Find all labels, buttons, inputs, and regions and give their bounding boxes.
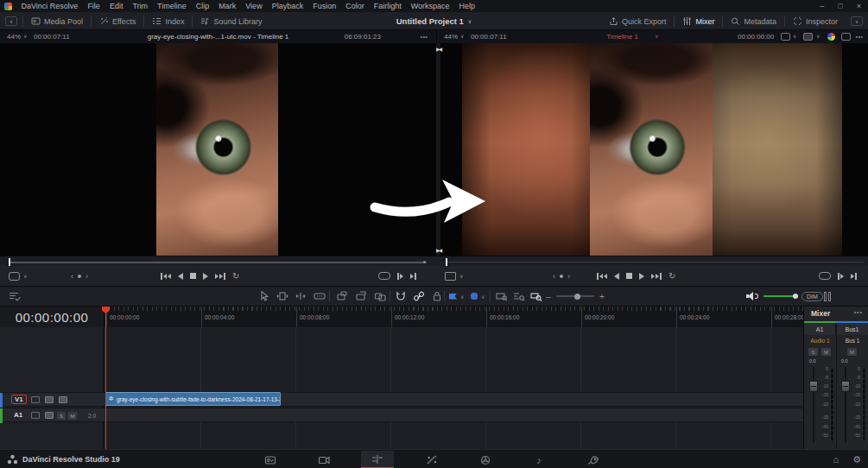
- video-track-header[interactable]: V1: [0, 392, 104, 407]
- divider-handle-bottom-icon[interactable]: ▶◀: [433, 247, 444, 253]
- timeline-more-icon[interactable]: •••: [856, 30, 863, 43]
- play-button[interactable]: [203, 273, 208, 280]
- timeline-view-mode-icon[interactable]: [445, 272, 456, 281]
- loop-range-icon[interactable]: [378, 272, 390, 280]
- jog-left-icon[interactable]: ‹: [71, 272, 73, 281]
- zoom-in-button[interactable]: +: [599, 287, 605, 306]
- stop-button[interactable]: [190, 273, 196, 279]
- settings-gear-icon[interactable]: ⚙: [852, 454, 861, 465]
- source-zoom-level[interactable]: 44%: [7, 30, 21, 43]
- dynamic-trim-mode-button[interactable]: [295, 287, 307, 306]
- source-view-mode-icon[interactable]: [9, 272, 20, 281]
- loop-button[interactable]: ↻: [232, 272, 239, 281]
- play-button[interactable]: [639, 273, 644, 280]
- timeline-ruler[interactable]: 00:00:00:00 00:00:04:00 00:00:08:00 00:0…: [104, 307, 803, 327]
- color-viewer-icon[interactable]: [827, 33, 835, 41]
- solo-button[interactable]: S: [57, 412, 66, 420]
- wipe-mode-icon[interactable]: [803, 33, 813, 41]
- index-button[interactable]: Index: [144, 12, 192, 30]
- page-deliver-button[interactable]: [577, 451, 610, 468]
- jog-right-icon[interactable]: ›: [567, 272, 570, 281]
- audio-track-name[interactable]: A1: [14, 411, 22, 419]
- menu-view[interactable]: View: [241, 0, 267, 12]
- last-frame-button[interactable]: [651, 273, 662, 280]
- first-frame-button[interactable]: [161, 273, 171, 280]
- page-media-button[interactable]: [254, 451, 287, 468]
- menu-mark[interactable]: Mark: [214, 0, 241, 12]
- jog-right-icon[interactable]: ›: [86, 272, 88, 281]
- flag-color-dropdown[interactable]: ∨: [460, 287, 464, 306]
- jog-dot-icon[interactable]: [560, 275, 563, 278]
- zoom-slider-knob[interactable]: [574, 294, 580, 300]
- match-frame-button[interactable]: [410, 273, 416, 280]
- loop-range-icon[interactable]: [819, 272, 831, 280]
- track-lock-icon[interactable]: [31, 396, 40, 403]
- volume-slider-knob[interactable]: [793, 294, 798, 299]
- source-clip-title[interactable]: gray-eye-closing-with-...1-utc.mov - Tim…: [148, 30, 289, 43]
- timeline-tracks-area[interactable]: ✲ gray-eye-closing-with-subtle-fade-to-d…: [104, 327, 803, 449]
- source-scrub-playhead[interactable]: [9, 258, 10, 266]
- play-reverse-button[interactable]: [614, 273, 619, 280]
- page-fairlight-button[interactable]: ♪: [523, 451, 555, 468]
- source-more-icon[interactable]: •••: [421, 30, 428, 43]
- menu-trim[interactable]: Trim: [128, 0, 153, 12]
- timeline-viewer-image[interactable]: [590, 43, 713, 256]
- divider-handle-top-icon[interactable]: ▶◀: [433, 46, 444, 52]
- play-around-button[interactable]: [397, 273, 403, 280]
- mixer-strip-name[interactable]: Audio 1: [804, 335, 836, 346]
- meters-toggle-button[interactable]: [824, 287, 831, 306]
- volume-slider[interactable]: [763, 287, 796, 306]
- menu-fairlight[interactable]: Fairlight: [369, 0, 406, 12]
- timeline-options-button[interactable]: [9, 287, 21, 306]
- audio-track-header[interactable]: A1 S M 2.0: [0, 408, 104, 422]
- auto-select-icon[interactable]: [45, 396, 54, 403]
- auto-select-icon[interactable]: [45, 412, 54, 419]
- menu-edit[interactable]: Edit: [105, 0, 128, 12]
- mixer-strip-tab[interactable]: Bus1: [836, 323, 868, 335]
- play-around-button[interactable]: [838, 273, 844, 280]
- menu-playback[interactable]: Playback: [267, 0, 308, 12]
- source-viewer-image[interactable]: [156, 43, 278, 256]
- page-cut-button[interactable]: [307, 451, 340, 468]
- panel-toggle-left-icon[interactable]: ∨: [5, 16, 17, 26]
- last-frame-button[interactable]: [215, 273, 225, 280]
- mute-button[interactable]: M: [68, 412, 77, 420]
- mixer-solo-button[interactable]: S: [808, 348, 818, 356]
- project-title[interactable]: Untitled Project 1 ∨: [396, 12, 472, 30]
- snapping-button[interactable]: [395, 287, 407, 306]
- page-color-button[interactable]: [469, 451, 502, 468]
- position-lock-button[interactable]: [431, 287, 443, 306]
- selection-mode-button[interactable]: [258, 287, 270, 306]
- menu-timeline[interactable]: Timeline: [153, 0, 192, 12]
- razor-edit-mode-button[interactable]: [314, 287, 326, 306]
- menu-fusion[interactable]: Fusion: [308, 0, 341, 12]
- jog-left-icon[interactable]: ‹: [553, 272, 555, 281]
- mixer-mute-button[interactable]: M: [847, 348, 857, 356]
- insert-clip-button[interactable]: [336, 287, 348, 306]
- page-edit-button[interactable]: [361, 451, 394, 468]
- media-pool-button[interactable]: Media Pool: [23, 12, 91, 30]
- audio-track-lane[interactable]: [104, 408, 803, 422]
- source-scrub-bar[interactable]: [9, 262, 427, 263]
- dual-viewer-icon[interactable]: [841, 33, 851, 41]
- link-clips-button[interactable]: [413, 287, 425, 306]
- trim-edit-mode-button[interactable]: [276, 287, 288, 306]
- home-icon[interactable]: ⌂: [833, 454, 839, 465]
- jog-dot-icon[interactable]: [78, 275, 81, 278]
- overwrite-clip-button[interactable]: [355, 287, 367, 306]
- grab-still-icon[interactable]: [781, 33, 790, 41]
- marker-color-dropdown[interactable]: ∨: [481, 287, 485, 306]
- timeline-viewer-image-right-blur[interactable]: [713, 43, 842, 256]
- minimize-icon[interactable]: –: [820, 2, 824, 10]
- page-fusion-button[interactable]: [415, 451, 448, 468]
- mixer-strip-name[interactable]: Bus 1: [836, 335, 868, 346]
- menu-app[interactable]: DaVinci Resolve: [16, 0, 83, 12]
- quick-export-button[interactable]: Quick Export: [601, 12, 675, 30]
- timeline-title[interactable]: Timeline 1: [606, 30, 638, 43]
- timeline-scrub-playhead[interactable]: [446, 258, 447, 266]
- track-lock-icon[interactable]: [31, 412, 40, 419]
- destination-icon[interactable]: [59, 396, 67, 403]
- menu-clip[interactable]: Clip: [191, 0, 214, 12]
- menu-color[interactable]: Color: [341, 0, 370, 12]
- zoom-out-button[interactable]: –: [546, 287, 551, 306]
